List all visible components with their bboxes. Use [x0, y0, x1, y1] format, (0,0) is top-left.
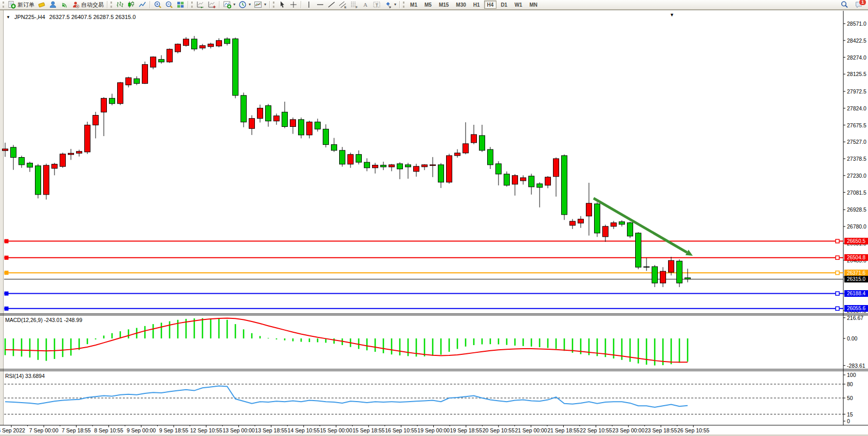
- candle-body: [167, 49, 173, 62]
- timeframe-h4[interactable]: H4: [484, 1, 497, 9]
- auto-scroll-button[interactable]: [195, 1, 206, 9]
- x-axis-date-label: 16 Sep 10:55: [385, 427, 417, 433]
- candle-body: [553, 159, 559, 177]
- candle-body: [496, 164, 502, 174]
- macd-signal-line: [5, 318, 688, 363]
- timeframe-d1[interactable]: D1: [497, 1, 510, 9]
- periods-clock-button[interactable]: ▾: [237, 1, 252, 9]
- text-label-button[interactable]: T: [371, 1, 382, 9]
- timeframe-m5[interactable]: M5: [421, 1, 435, 9]
- horizontal-line-button[interactable]: [315, 1, 326, 9]
- candle-body: [142, 65, 148, 84]
- level-handle-right[interactable]: [836, 292, 839, 295]
- candle-body: [200, 46, 206, 48]
- trendline-button[interactable]: [326, 1, 337, 9]
- toolbar-grip[interactable]: [273, 2, 274, 8]
- candlestick-chart-button[interactable]: [125, 1, 137, 9]
- candle-body: [183, 39, 189, 46]
- candle-body: [266, 106, 271, 121]
- dropdown-caret[interactable]: ▾: [264, 1, 266, 9]
- svg-text:T: T: [375, 3, 378, 8]
- x-axis-date-label: 23 Sep 18:55: [645, 427, 677, 433]
- vertical-line-button[interactable]: [303, 1, 315, 9]
- y-axis-tick-label: 28274.0: [847, 54, 866, 61]
- candle-body: [348, 155, 354, 164]
- level-price-label: 26650.5: [844, 238, 868, 244]
- search-button[interactable]: [839, 1, 850, 9]
- candle-body: [463, 144, 469, 153]
- toolbar-grip[interactable]: [110, 2, 112, 8]
- indicators-button[interactable]: ▾: [221, 1, 237, 9]
- new-order-button[interactable]: 新订单: [6, 1, 36, 9]
- candle-body: [397, 164, 403, 169]
- fibonacci-button[interactable]: F: [348, 1, 360, 9]
- chart-shift-button[interactable]: [206, 1, 217, 9]
- level-handle-left[interactable]: [5, 271, 8, 275]
- shapes-button[interactable]: ▾: [382, 1, 398, 9]
- crosshair-button[interactable]: [288, 1, 299, 9]
- templates-button[interactable]: ▾: [252, 1, 268, 9]
- y-axis-tick-label: 28125.5: [847, 71, 866, 77]
- candle-body: [68, 153, 74, 155]
- timeframe-m1[interactable]: M1: [407, 1, 420, 9]
- cursor-button[interactable]: [276, 1, 288, 9]
- bar-chart-button[interactable]: [114, 1, 125, 9]
- timeframe-w1[interactable]: W1: [511, 1, 525, 9]
- level-handle-right[interactable]: [836, 271, 839, 275]
- dropdown-caret[interactable]: ▾: [394, 1, 396, 9]
- toolbar-grip[interactable]: [403, 2, 404, 8]
- level-price-label: 26188.4: [844, 290, 868, 297]
- candle-body: [208, 44, 214, 47]
- auto-trading-button[interactable]: 自动交易: [70, 1, 105, 9]
- level-handle-left[interactable]: [5, 256, 8, 259]
- level-handle-left[interactable]: [5, 307, 8, 310]
- line-chart-button[interactable]: [137, 1, 148, 9]
- chart-window: ▼ JPN225-,H4 26327.5 26407.5 26287.5 263…: [0, 10, 868, 436]
- candle-body: [570, 221, 576, 225]
- candle-body: [562, 156, 567, 215]
- candle-body: [669, 260, 674, 272]
- macd-axis-label: -283.61: [847, 363, 865, 369]
- zoom-out-button[interactable]: [163, 1, 175, 9]
- text-button[interactable]: A: [360, 1, 371, 9]
- notifications-button[interactable]: 1: [853, 1, 864, 9]
- candle-body: [282, 112, 288, 126]
- toolbar-grip[interactable]: [3, 2, 4, 8]
- timeframe-mn[interactable]: MN: [526, 1, 541, 9]
- quotes-button[interactable]: [36, 1, 47, 9]
- chart-canvas[interactable]: [0, 10, 868, 436]
- toolbar-grip[interactable]: [191, 2, 193, 8]
- dropdown-caret[interactable]: ▾: [233, 1, 235, 9]
- signals-button[interactable]: [59, 1, 70, 9]
- level-handle-left[interactable]: [5, 292, 8, 295]
- profile-button[interactable]: [47, 1, 59, 9]
- zoom-in-button[interactable]: [152, 1, 163, 9]
- level-handle-right[interactable]: [836, 239, 839, 243]
- level-handle-right[interactable]: [836, 256, 839, 259]
- timeframe-m30[interactable]: M30: [453, 1, 469, 9]
- rsi-axis-label: 100: [847, 372, 856, 378]
- candle-body: [11, 147, 16, 158]
- candle-body: [422, 165, 428, 167]
- x-axis-date-label: 15 Sep 00:00: [320, 427, 352, 433]
- indicators-icon: [223, 1, 231, 9]
- dropdown-caret[interactable]: ▾: [249, 1, 251, 9]
- channel-button[interactable]: E: [337, 1, 348, 9]
- timeframe-m15[interactable]: M15: [436, 1, 452, 9]
- tile-windows-button[interactable]: [175, 1, 186, 9]
- candle-body: [52, 164, 58, 168]
- y-axis-tick-label: 27675.5: [847, 122, 866, 128]
- x-axis-date-label: 9 Sep 00:00: [126, 427, 156, 433]
- rsi-axis-label: 0: [847, 418, 850, 424]
- candle-body: [27, 163, 33, 167]
- timeframe-h1[interactable]: H1: [470, 1, 483, 9]
- collapse-icon[interactable]: ▼: [6, 15, 10, 20]
- chart-shift-marker[interactable]: ▼: [670, 12, 674, 17]
- level-handle-right[interactable]: [836, 307, 839, 310]
- candle-body: [586, 203, 592, 216]
- candle-body: [257, 108, 263, 119]
- vertical-line-icon: [305, 1, 313, 9]
- candle-body: [529, 176, 534, 187]
- level-handle-left[interactable]: [5, 239, 8, 243]
- candle-body: [225, 39, 230, 44]
